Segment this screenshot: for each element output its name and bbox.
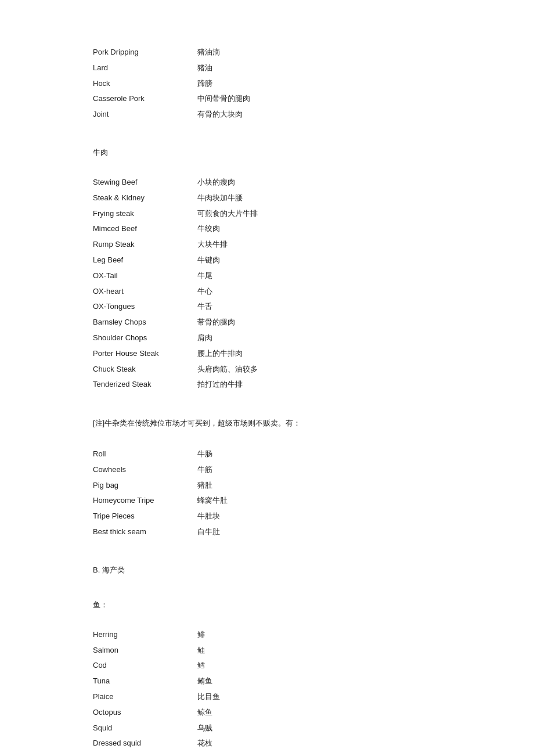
item-chinese: 牛尾	[197, 270, 212, 282]
list-item: OX-Tail牛尾	[93, 270, 441, 282]
list-item: Frying steak可煎食的大片牛排	[93, 208, 441, 220]
item-chinese: 猪油滴	[197, 46, 220, 59]
page-content: Pork Dripping猪油滴Lard猪油Hock蹄膀Casserole Po…	[93, 46, 441, 750]
list-item: Shoulder Chops肩肉	[93, 332, 441, 344]
item-chinese: 小块的瘦肉	[197, 177, 235, 189]
item-chinese: 大块牛排	[197, 239, 228, 251]
item-chinese: 蹄膀	[197, 78, 212, 90]
item-chinese: 鲸鱼	[197, 707, 212, 719]
item-chinese: 牛键肉	[197, 254, 220, 267]
list-item: Stewing Beef小块的瘦肉	[93, 177, 441, 189]
item-english: Mimced Beef	[93, 223, 197, 235]
list-item: Hock蹄膀	[93, 78, 441, 90]
item-english: Squid	[93, 722, 197, 735]
item-english: Casserole Pork	[93, 93, 197, 105]
fish-subheading: 鱼：	[93, 600, 441, 610]
list-item: Mimced Beef牛绞肉	[93, 223, 441, 235]
item-english: Chuck Steak	[93, 363, 197, 376]
list-item: Roll牛肠	[93, 448, 441, 460]
item-english: Pork Dripping	[93, 46, 197, 59]
item-chinese: 肩肉	[197, 332, 212, 344]
item-chinese: 可煎食的大片牛排	[197, 208, 258, 220]
item-english: Tripe Pieces	[93, 510, 197, 523]
item-chinese: 猪肚	[197, 480, 212, 492]
item-chinese: 牛舌	[197, 301, 212, 313]
list-item: Cod鳕	[93, 660, 441, 672]
item-chinese: 蜂窝牛肚	[197, 495, 228, 507]
item-chinese: 有骨的大块肉	[197, 109, 243, 121]
list-item: Casserole Pork中间带骨的腿肉	[93, 93, 441, 105]
seafood-section-heading: B. 海产类	[93, 565, 441, 575]
list-item: Tuna鲔鱼	[93, 675, 441, 687]
item-english: Pig bag	[93, 480, 197, 492]
item-english: Dressed squid	[93, 737, 197, 750]
item-english: Octopus	[93, 707, 197, 719]
list-item: Lard猪油	[93, 62, 441, 74]
item-chinese: 牛绞肉	[197, 223, 220, 235]
list-item: Squid乌贼	[93, 722, 441, 735]
item-chinese: 猪油	[197, 62, 212, 74]
list-item: Rump Steak大块牛排	[93, 239, 441, 251]
offal-section: Roll牛肠Cowheels牛筋Pig bag猪肚Homeycome Tripe…	[93, 448, 441, 538]
item-english: Plaice	[93, 691, 197, 703]
item-chinese: 乌贼	[197, 722, 212, 735]
item-english: Homeycome Tripe	[93, 495, 197, 507]
item-chinese: 牛肠	[197, 448, 212, 460]
list-item: Cowheels牛筋	[93, 464, 441, 476]
list-item: Herring鲱	[93, 629, 441, 641]
item-english: Herring	[93, 629, 197, 641]
item-english: Leg Beef	[93, 254, 197, 267]
item-chinese: 花枝	[197, 737, 212, 750]
list-item: OX-heart牛心	[93, 286, 441, 298]
item-chinese: 带骨的腿肉	[197, 316, 235, 329]
list-item: OX-Tongues牛舌	[93, 301, 441, 313]
item-english: Tuna	[93, 675, 197, 687]
item-english: Hock	[93, 78, 197, 90]
list-item: Porter House Steak腰上的牛排肉	[93, 348, 441, 360]
beef-section-heading: 牛肉	[93, 147, 441, 158]
item-english: Barnsley Chops	[93, 316, 197, 329]
list-item: Homeycome Tripe蜂窝牛肚	[93, 495, 441, 507]
item-chinese: 牛心	[197, 286, 212, 298]
item-chinese: 鲱	[197, 629, 205, 641]
item-chinese: 鳕	[197, 660, 205, 672]
item-english: Lard	[93, 62, 197, 74]
list-item: Octopus鲸鱼	[93, 707, 441, 719]
list-item: Tenderized Steak拍打过的牛排	[93, 379, 441, 391]
item-english: Roll	[93, 448, 197, 460]
list-item: Barnsley Chops带骨的腿肉	[93, 316, 441, 329]
list-item: Tripe Pieces牛肚块	[93, 510, 441, 523]
fish-section: Herring鲱Salmon鲑Cod鳕Tuna鲔鱼Plaice比目鱼Octopu…	[93, 629, 441, 750]
item-chinese: 牛肉块加牛腰	[197, 192, 243, 204]
item-chinese: 牛筋	[197, 464, 212, 476]
item-english: Salmon	[93, 645, 197, 657]
item-chinese: 牛肚块	[197, 510, 220, 523]
item-english: Best thick seam	[93, 526, 197, 538]
offal-note: [注]牛杂类在传统摊位市场才可买到，超级市场则不贩卖。有：	[93, 417, 441, 430]
item-english: Stewing Beef	[93, 177, 197, 189]
item-english: Tenderized Steak	[93, 379, 197, 391]
item-chinese: 鲔鱼	[197, 675, 212, 687]
pork-section: Pork Dripping猪油滴Lard猪油Hock蹄膀Casserole Po…	[93, 46, 441, 121]
item-english: Joint	[93, 109, 197, 121]
item-english: Porter House Steak	[93, 348, 197, 360]
list-item: Pork Dripping猪油滴	[93, 46, 441, 59]
item-chinese: 比目鱼	[197, 691, 220, 703]
item-chinese: 鲑	[197, 645, 205, 657]
list-item: Best thick seam白牛肚	[93, 526, 441, 538]
list-item: Chuck Steak头府肉筋、油较多	[93, 363, 441, 376]
item-english: Rump Steak	[93, 239, 197, 251]
item-english: OX-heart	[93, 286, 197, 298]
item-english: OX-Tongues	[93, 301, 197, 313]
item-english: Cowheels	[93, 464, 197, 476]
list-item: Plaice比目鱼	[93, 691, 441, 703]
list-item: Pig bag猪肚	[93, 480, 441, 492]
item-chinese: 白牛肚	[197, 526, 220, 538]
list-item: Joint有骨的大块肉	[93, 109, 441, 121]
list-item: Leg Beef牛键肉	[93, 254, 441, 267]
item-chinese: 拍打过的牛排	[197, 379, 243, 391]
item-chinese: 腰上的牛排肉	[197, 348, 243, 360]
item-english: Steak & Kidney	[93, 192, 197, 204]
item-english: Cod	[93, 660, 197, 672]
list-item: Salmon鲑	[93, 645, 441, 657]
